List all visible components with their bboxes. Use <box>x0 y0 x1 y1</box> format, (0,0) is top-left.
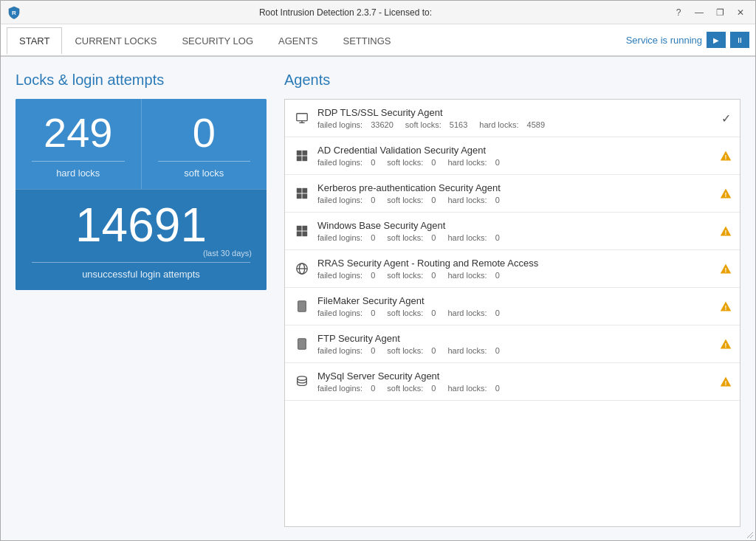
agent-hard-locks: hard locks: 0 <box>447 196 499 204</box>
agent-item: RDP TLS/SSL Security Agent failed logins… <box>285 100 740 137</box>
svg-rect-11 <box>302 188 307 193</box>
help-button[interactable]: ? <box>670 5 687 20</box>
agent-status-icon: ! <box>719 375 732 388</box>
agent-item: RRAS Security Agent - Routing and Remote… <box>285 250 740 288</box>
agent-hard-locks: hard locks: 4589 <box>479 120 545 129</box>
soft-locks-value: 0 <box>151 112 258 154</box>
svg-rect-6 <box>297 156 302 161</box>
agent-status-icon: ! <box>719 300 732 313</box>
login-attempts-label: unsuccessful login attempts <box>24 269 258 280</box>
svg-rect-17 <box>302 226 307 231</box>
login-attempts-cell: 14691 (last 30 days) unsuccessful login … <box>16 189 267 290</box>
agents-scroll[interactable]: RDP TLS/SSL Security Agent failed logins… <box>284 99 740 527</box>
agent-icon-database <box>294 373 310 390</box>
service-status: Service is running ▶ ⏸ <box>626 32 749 48</box>
agent-stats: failed logins: 0 soft locks: 0 hard lock… <box>317 309 712 317</box>
agent-name: RDP TLS/SSL Security Agent <box>317 107 712 118</box>
service-pause-button[interactable]: ⏸ <box>730 32 749 48</box>
agent-hard-locks: hard locks: 0 <box>447 271 499 280</box>
agent-status-icon: ✓ <box>719 111 732 125</box>
agent-icon-windows <box>294 185 310 201</box>
agent-hard-locks: hard locks: 0 <box>447 309 499 317</box>
agent-info: RDP TLS/SSL Security Agent failed logins… <box>317 107 712 129</box>
agent-failed-logins: failed logins: 0 <box>317 158 375 167</box>
svg-text:!: ! <box>725 191 727 199</box>
agent-soft-locks: soft locks: 0 <box>387 158 436 167</box>
agent-item: AD Credential Validation Security Agent … <box>285 137 740 175</box>
svg-text:R: R <box>12 10 16 16</box>
tab-start[interactable]: START <box>7 27 62 54</box>
agent-icon-windows <box>294 223 310 239</box>
svg-rect-18 <box>297 231 302 236</box>
stats-grid: 249 hard locks 0 soft locks 14691 (last … <box>16 99 267 290</box>
agent-name: RRAS Security Agent - Routing and Remote… <box>317 258 712 269</box>
hard-locks-cell: 249 hard locks <box>16 99 142 189</box>
hard-locks-label: hard locks <box>24 168 132 179</box>
titlebar: R Root Intrusion Detection 2.3.7 - Licen… <box>1 1 755 24</box>
tab-security-log[interactable]: SECURITY LOG <box>169 27 266 54</box>
agent-name: FileMaker Security Agent <box>317 295 712 306</box>
agent-info: MySql Server Security Agent failed login… <box>317 371 712 393</box>
agent-soft-locks: soft locks: 5163 <box>405 120 467 129</box>
agent-failed-logins: failed logins: 33620 <box>317 120 394 129</box>
agents-container: RDP TLS/SSL Security Agent failed logins… <box>284 99 740 527</box>
agent-info: Windows Base Security Agent failed login… <box>317 220 712 242</box>
agents-section-title: Agents <box>284 72 740 89</box>
agent-stats: failed logins: 0 soft locks: 0 hard lock… <box>317 196 712 204</box>
agent-failed-logins: failed logins: 0 <box>317 233 375 242</box>
agent-name: Kerberos pre-authentication Security Age… <box>317 182 712 193</box>
minimize-button[interactable]: — <box>690 5 708 20</box>
svg-rect-12 <box>297 193 302 199</box>
agent-icon-monitor <box>294 110 310 126</box>
agent-failed-logins: failed logins: 0 <box>317 309 375 317</box>
agent-stats: failed logins: 0 soft locks: 0 hard lock… <box>317 233 712 242</box>
stats-row-top: 249 hard locks 0 soft locks <box>16 99 267 189</box>
svg-point-35 <box>298 376 307 380</box>
window-controls: ? — ❐ ✕ <box>670 5 749 20</box>
service-play-button[interactable]: ▶ <box>707 32 726 48</box>
svg-rect-10 <box>297 188 302 193</box>
agent-info: FileMaker Security Agent failed logins: … <box>317 295 712 317</box>
svg-text:!: ! <box>725 266 727 274</box>
tab-settings[interactable]: SETTINGS <box>330 27 403 54</box>
agent-name: FTP Security Agent <box>317 333 712 344</box>
svg-rect-31 <box>298 339 306 349</box>
agent-name: AD Credential Validation Security Agent <box>317 145 712 156</box>
agent-hard-locks: hard locks: 0 <box>447 233 499 242</box>
agent-item: Windows Base Security Agent failed login… <box>285 213 740 250</box>
agent-item: MySql Server Security Agent failed login… <box>285 363 740 401</box>
left-panel: Locks & login attempts 249 hard locks 0 … <box>16 72 267 527</box>
right-panel: Agents RDP TLS/SSL Security Agent failed… <box>284 72 740 527</box>
svg-line-38 <box>747 532 753 538</box>
resize-handle[interactable] <box>744 529 753 538</box>
svg-text:!: ! <box>725 154 727 161</box>
window-title: Root Intrusion Detection 2.3.7 - License… <box>21 7 670 18</box>
stats-section-title: Locks & login attempts <box>16 72 267 89</box>
svg-text:!: ! <box>725 304 727 311</box>
hard-locks-value: 249 <box>24 112 132 154</box>
maximize-button[interactable]: ❐ <box>711 5 729 20</box>
svg-rect-1 <box>297 114 307 121</box>
tab-agents[interactable]: AGENTS <box>266 27 330 54</box>
soft-locks-label: soft locks <box>151 168 258 179</box>
agent-status-icon: ! <box>719 224 732 238</box>
agent-item: Kerberos pre-authentication Security Age… <box>285 175 740 213</box>
agent-icon-globe <box>294 261 310 277</box>
agent-stats: failed logins: 33620 soft locks: 5163 ha… <box>317 120 712 129</box>
svg-rect-19 <box>302 231 307 236</box>
close-button[interactable]: ✕ <box>732 5 749 20</box>
agent-status-icon: ! <box>719 262 732 275</box>
agent-info: FTP Security Agent failed logins: 0 soft… <box>317 333 712 355</box>
svg-rect-5 <box>302 151 307 156</box>
agent-stats: failed logins: 0 soft locks: 0 hard lock… <box>317 158 712 167</box>
agent-soft-locks: soft locks: 0 <box>387 271 436 280</box>
agent-item: FTP Security Agent failed logins: 0 soft… <box>285 325 740 363</box>
agent-soft-locks: soft locks: 0 <box>387 196 436 204</box>
svg-line-39 <box>750 535 753 538</box>
agent-soft-locks: soft locks: 0 <box>387 346 436 355</box>
agent-stats: failed logins: 0 soft locks: 0 hard lock… <box>317 346 712 355</box>
agent-failed-logins: failed logins: 0 <box>317 196 375 204</box>
agent-failed-logins: failed logins: 0 <box>317 346 375 355</box>
svg-text:!: ! <box>725 342 727 349</box>
tab-current-locks[interactable]: CURRENT LOCKS <box>62 27 169 54</box>
